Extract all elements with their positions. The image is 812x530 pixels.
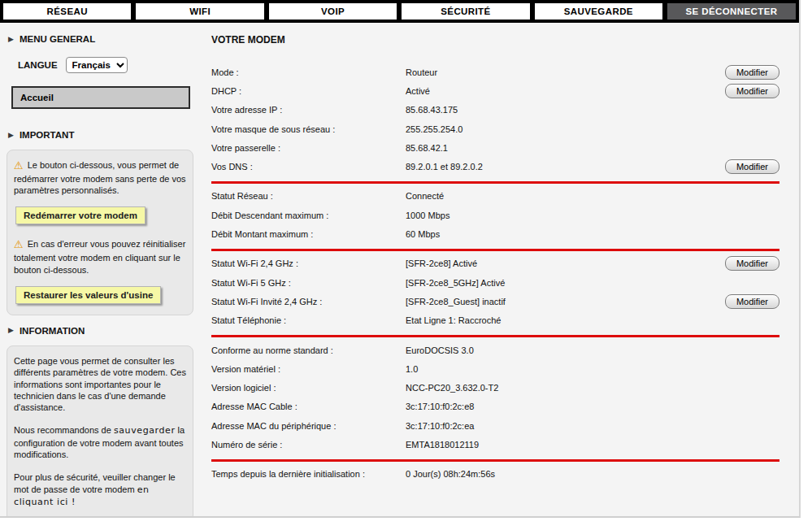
- info-value: [SFR-2ce8] Activé: [406, 258, 779, 268]
- info-value: 255.255.254.0: [406, 124, 779, 134]
- info-label: Débit Descendant maximum :: [211, 211, 406, 220]
- info-row: Statut Wi-Fi Invité 2,4 GHz :[SFR-2ce8_G…: [211, 292, 779, 311]
- top-nav: RÉSEAUWIFIVOIPSÉCURITÉSAUVEGARDE SE DÉCO…: [0, 0, 799, 23]
- info-label: Votre passerelle :: [211, 143, 406, 153]
- page-layout: ▶ MENU GENERAL LANGUE Français Accueil ▶…: [0, 23, 799, 518]
- nav-tab-voip[interactable]: VOIP: [268, 2, 397, 20]
- info-label: Statut Téléphonie :: [211, 315, 406, 325]
- info-value: NCC-PC20_3.632.0-T2: [406, 383, 779, 393]
- language-select[interactable]: Français: [66, 57, 128, 73]
- info-paragraph-2: Nous recommandons de sauvegarder la conf…: [14, 424, 186, 460]
- info-row: Version logiciel :NCC-PC20_3.632.0-T2: [211, 378, 779, 397]
- modify-button[interactable]: Modifier: [725, 84, 779, 98]
- info-row: Débit Descendant maximum :1000 Mbps: [211, 206, 779, 224]
- info-row: Débit Montant maximum :60 Mbps: [211, 224, 779, 243]
- section-divider: [211, 181, 779, 184]
- section-divider: [211, 459, 779, 462]
- warning-icon: ⚠: [14, 159, 24, 172]
- info-row: Version matériel :1.0: [211, 359, 779, 378]
- warning-icon: ⚠: [14, 238, 24, 250]
- info-value: [SFR-2ce8_5GHz] Activé: [406, 278, 779, 288]
- info-row: Votre masque de sous réseau :255.255.254…: [211, 119, 779, 138]
- info-row: Adresse MAC Cable :3c:17:10:f0:2c:e8: [211, 398, 779, 416]
- sidebar-item-accueil[interactable]: Accueil: [11, 86, 190, 109]
- info-value: 60 Mbps: [406, 229, 779, 239]
- modify-button[interactable]: Modifier: [725, 159, 779, 174]
- info-label: Votre adresse IP :: [211, 105, 406, 115]
- modify-button[interactable]: Modifier: [725, 256, 779, 271]
- factory-reset-warning-text: ⚠En cas d'erreur vous pouvez réinitialis…: [14, 238, 186, 275]
- info-row: Statut Téléphonie :Etat Ligne 1: Raccroc…: [211, 311, 779, 330]
- nav-tab-wifi[interactable]: WIFI: [135, 2, 264, 20]
- menu-general-header: ▶ MENU GENERAL: [8, 34, 203, 44]
- info-row: Votre adresse IP :85.68.43.175: [211, 101, 779, 119]
- important-header: ▶ IMPORTANT: [8, 130, 203, 140]
- info-label: Conforme au norme standard :: [211, 345, 406, 355]
- info-label: Adresse MAC du périphérique :: [211, 421, 406, 431]
- info-row: Adresse MAC du périphérique :3c:17:10:f0…: [211, 416, 779, 435]
- spacer: [7, 315, 203, 326]
- modify-button[interactable]: Modifier: [725, 294, 779, 309]
- factory-reset-button[interactable]: Restaurer les valeurs d'usine: [15, 286, 161, 304]
- information-header: ▶ INFORMATION: [8, 326, 203, 336]
- save-config-link[interactable]: sauvegarder: [114, 425, 176, 436]
- language-row: LANGUE Français: [18, 57, 203, 73]
- nav-tab-sauvegarde[interactable]: SAUVEGARDE: [534, 2, 663, 20]
- info-value: Etat Ligne 1: Raccroché: [406, 315, 779, 325]
- section-divider: [211, 335, 779, 337]
- language-label: LANGUE: [18, 60, 58, 70]
- info-label: Mode :: [211, 67, 406, 77]
- info-paragraph-1: Cette page vous permet de consulter les …: [14, 355, 186, 413]
- info-value: EMTA1818012119: [406, 440, 779, 450]
- information-box: Cette page vous permet de consulter les …: [7, 345, 193, 518]
- modem-info-rows: Mode :RouteurModifierDHCP :ActivéModifie…: [211, 63, 779, 484]
- information-label: INFORMATION: [20, 326, 85, 336]
- triangle-bullet-icon: ▶: [8, 36, 14, 43]
- info-label: Statut Réseau :: [211, 191, 406, 201]
- info-label: Votre masque de sous réseau :: [211, 124, 406, 134]
- info-row: DHCP :ActivéModifier: [211, 81, 779, 100]
- section-divider: [211, 249, 779, 251]
- info-value: 1000 Mbps: [406, 211, 779, 220]
- page-container: RÉSEAUWIFIVOIPSÉCURITÉSAUVEGARDE SE DÉCO…: [0, 0, 801, 518]
- info-label: Statut Wi-Fi 2,4 GHz :: [211, 258, 406, 268]
- sidebar: ▶ MENU GENERAL LANGUE Français Accueil ▶…: [0, 23, 203, 518]
- restart-warning-text: ⚠Le bouton ci-dessous, vous permet de re…: [14, 159, 186, 196]
- info-label: DHCP :: [211, 86, 406, 96]
- triangle-bullet-icon: ▶: [8, 132, 14, 139]
- info-value: Connecté: [406, 191, 779, 201]
- nav-tab-reseau[interactable]: RÉSEAU: [2, 2, 132, 20]
- nav-tab-securite[interactable]: SÉCURITÉ: [401, 2, 530, 20]
- info-label: Version logiciel :: [211, 383, 406, 393]
- info-row: Mode :RouteurModifier: [211, 63, 779, 81]
- info-label: Adresse MAC Cable :: [211, 402, 406, 411]
- modify-button-wrap: Modifier: [725, 84, 779, 98]
- info-label: Débit Montant maximum :: [211, 229, 406, 239]
- main-content: VOTRE MODEM Mode :RouteurModifierDHCP :A…: [203, 23, 799, 518]
- important-label: IMPORTANT: [20, 130, 75, 140]
- modify-button[interactable]: Modifier: [725, 65, 779, 80]
- info-value: Routeur: [406, 67, 779, 77]
- info-value: 3c:17:10:f0:2c:ea: [406, 421, 779, 431]
- triangle-bullet-icon: ▶: [8, 327, 14, 334]
- logout-button[interactable]: SE DÉCONNECTER: [667, 2, 797, 20]
- info-value: 1.0: [406, 364, 779, 374]
- info-label: Numéro de série :: [211, 440, 406, 450]
- modify-button-wrap: Modifier: [725, 294, 779, 309]
- info-row: Statut Wi-Fi 2,4 GHz :[SFR-2ce8] ActivéM…: [211, 254, 779, 273]
- menu-general-label: MENU GENERAL: [20, 34, 95, 44]
- info-row: Statut Réseau :Connecté: [211, 187, 779, 206]
- info-value: [SFR-2ce8_Guest] inactif: [406, 297, 779, 306]
- page-title: VOTRE MODEM: [211, 34, 779, 46]
- modify-button-wrap: Modifier: [725, 159, 779, 174]
- info-row: Conforme au norme standard :EuroDOCSIS 3…: [211, 341, 779, 359]
- restart-modem-button[interactable]: Redémarrer votre modem: [15, 206, 145, 224]
- info-value: EuroDOCSIS 3.0: [406, 345, 779, 355]
- info-value: 85.68.42.1: [406, 143, 779, 153]
- info-label: Temps depuis la dernière initialisation …: [211, 469, 406, 479]
- info-label: Vos DNS :: [211, 162, 406, 172]
- info-label: Statut Wi-Fi 5 GHz :: [211, 278, 406, 288]
- info-label: Statut Wi-Fi Invité 2,4 GHz :: [211, 297, 406, 306]
- top-nav-items: RÉSEAUWIFIVOIPSÉCURITÉSAUVEGARDE: [2, 2, 663, 20]
- info-value: 0 Jour(s) 08h:24m:56s: [406, 469, 779, 479]
